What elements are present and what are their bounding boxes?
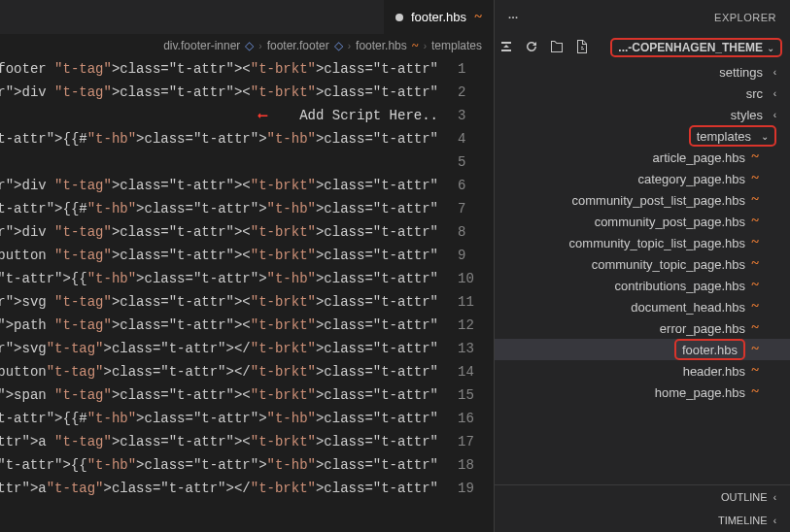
active-file-highlight: footer.hbs xyxy=(674,339,745,360)
breadcrumb-segment[interactable]: footer.hbs xyxy=(356,39,407,52)
element-icon: ◇ xyxy=(334,39,343,52)
editor-tabs: ~ footer.hbs xyxy=(0,0,494,34)
chevron-left-icon: ‹ xyxy=(424,41,427,51)
project-actions xyxy=(498,39,590,57)
chevron-right-icon: › xyxy=(763,67,776,78)
folder-templates[interactable]: ⌄ templates xyxy=(495,125,790,147)
chevron-down-icon: ⌄ xyxy=(767,43,774,53)
file-item[interactable]: ~error_page.hbs xyxy=(495,317,790,339)
tab-footer-hbs[interactable]: ~ footer.hbs xyxy=(383,0,494,34)
explorer-sidebar: EXPLORER ··· ⌄ COPENHAGEN_THEME-... › se… xyxy=(494,0,790,532)
breadcrumb-segment[interactable]: templates xyxy=(431,39,482,52)
chevron-left-icon: ‹ xyxy=(348,41,351,51)
code-editor[interactable]: 12345 678910 1112131415 16171819 "t-attr… xyxy=(0,57,494,532)
hbs-file-icon: ~ xyxy=(745,235,765,250)
outline-panel[interactable]: › OUTLINE xyxy=(495,485,790,509)
file-item[interactable]: ~document_head.hbs xyxy=(495,296,790,317)
hbs-file-icon: ~ xyxy=(412,39,419,53)
hbs-file-icon: ~ xyxy=(745,192,765,208)
file-item[interactable]: ~header.hbs xyxy=(495,360,790,382)
modified-dot-icon xyxy=(395,14,403,21)
project-name-highlight[interactable]: ⌄ COPENHAGEN_THEME-... xyxy=(610,38,782,57)
folder-src[interactable]: › src xyxy=(495,83,790,104)
file-item[interactable]: ~community_topic_page.hbs xyxy=(495,253,790,275)
timeline-panel[interactable]: › TIMELINE xyxy=(495,509,790,532)
hbs-file-icon: ~ xyxy=(745,278,765,293)
hbs-file-icon: ~ xyxy=(745,150,765,165)
breadcrumbs[interactable]: templates ‹ ~ footer.hbs ‹ ◇ footer.foot… xyxy=(0,34,494,57)
file-item[interactable]: ~category_page.hbs xyxy=(495,168,790,189)
hbs-file-icon: ~ xyxy=(745,171,765,186)
folder-templates-highlight: ⌄ templates xyxy=(689,125,776,147)
project-name: COPENHAGEN_THEME-... xyxy=(618,41,763,54)
file-item[interactable]: ~community_topic_list_page.hbs xyxy=(495,232,790,253)
chevron-right-icon: › xyxy=(773,492,776,503)
new-folder-icon[interactable] xyxy=(549,39,565,57)
explorer-header: EXPLORER ··· xyxy=(495,0,790,34)
editor-pane: ~ footer.hbs templates ‹ ~ footer.hbs ‹ … xyxy=(0,0,494,532)
file-item[interactable]: ~home_page.hbs xyxy=(495,382,790,403)
file-item[interactable]: ~community_post_list_page.hbs xyxy=(495,189,790,211)
folder-settings[interactable]: › settings xyxy=(495,61,790,83)
hbs-file-icon: ~ xyxy=(745,299,765,315)
chevron-right-icon: › xyxy=(763,110,776,120)
refresh-icon[interactable] xyxy=(524,39,539,57)
project-row: ⌄ COPENHAGEN_THEME-... xyxy=(495,34,790,61)
chevron-left-icon: ‹ xyxy=(258,41,261,51)
sidebar-bottom-panels: › OUTLINE › TIMELINE xyxy=(495,484,790,532)
chevron-down-icon: ⌄ xyxy=(755,131,769,142)
file-item[interactable]: ~article_page.hbs xyxy=(495,147,790,168)
file-tree: › settings › src › styles ⌄ templates ~a… xyxy=(495,61,790,484)
chevron-right-icon: › xyxy=(763,88,776,99)
hbs-file-icon: ~ xyxy=(745,342,765,357)
folder-styles[interactable]: › styles xyxy=(495,104,790,125)
breadcrumb-segment[interactable]: footer.footer xyxy=(267,39,329,52)
hbs-file-icon: ~ xyxy=(474,10,482,25)
hbs-file-icon: ~ xyxy=(745,320,765,336)
more-icon[interactable]: ··· xyxy=(508,12,519,23)
tab-label: footer.hbs xyxy=(411,10,466,24)
chevron-right-icon: › xyxy=(773,515,776,526)
hbs-file-icon: ~ xyxy=(745,256,765,272)
file-item-active[interactable]: ~ footer.hbs xyxy=(495,339,790,360)
line-gutter: 12345 678910 1112131415 16171819 xyxy=(440,57,494,532)
breadcrumb-segment[interactable]: div.footer-inner xyxy=(163,39,240,52)
file-item[interactable]: ~community_post_page.hbs xyxy=(495,211,790,232)
collapse-icon[interactable] xyxy=(498,39,514,57)
new-file-icon[interactable] xyxy=(574,39,590,57)
hbs-file-icon: ~ xyxy=(745,214,765,229)
hbs-file-icon: ~ xyxy=(745,384,765,400)
file-item[interactable]: ~contributions_page.hbs xyxy=(495,275,790,296)
hbs-file-icon: ~ xyxy=(745,363,765,379)
explorer-title: EXPLORER xyxy=(714,12,776,23)
code-body[interactable]: "t-attr">class="t-brkt"><"t-attr">class=… xyxy=(0,57,440,532)
element-icon: ◇ xyxy=(245,39,254,52)
